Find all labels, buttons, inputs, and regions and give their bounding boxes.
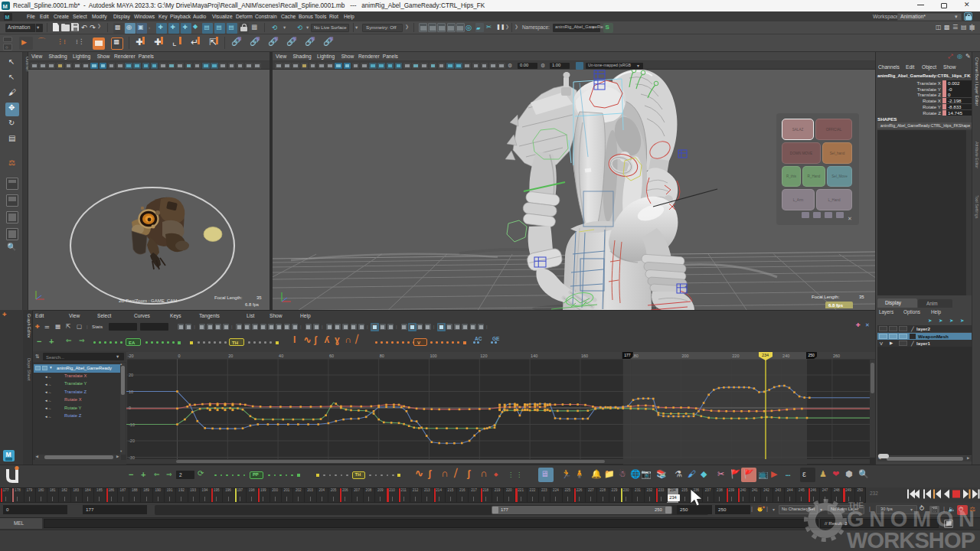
svg-text:160: 160	[581, 354, 588, 358]
svg-text:0: 0	[129, 406, 131, 410]
svg-text:-10: -10	[129, 422, 135, 427]
svg-text:-20: -20	[128, 354, 134, 358]
svg-text:260: 260	[833, 354, 840, 358]
svg-text:177: 177	[624, 353, 631, 357]
svg-text:40: 40	[279, 354, 283, 358]
svg-text:80: 80	[380, 354, 384, 358]
svg-text:10: 10	[129, 390, 133, 394]
svg-text:120: 120	[480, 354, 487, 358]
svg-text:-20: -20	[129, 439, 135, 443]
svg-text:20: 20	[129, 373, 133, 377]
svg-text:100: 100	[430, 354, 437, 358]
svg-text:140: 140	[531, 354, 537, 358]
svg-text:0: 0	[178, 354, 181, 358]
svg-text:220: 220	[732, 354, 739, 358]
svg-text:240: 240	[782, 354, 789, 358]
svg-text:WORKSHOP: WORKSHOP	[847, 528, 975, 551]
svg-text:20: 20	[228, 354, 233, 358]
svg-text:250: 250	[808, 353, 815, 357]
svg-text:60: 60	[329, 354, 334, 358]
svg-text:234: 234	[762, 353, 769, 357]
svg-text:200: 200	[682, 354, 689, 358]
